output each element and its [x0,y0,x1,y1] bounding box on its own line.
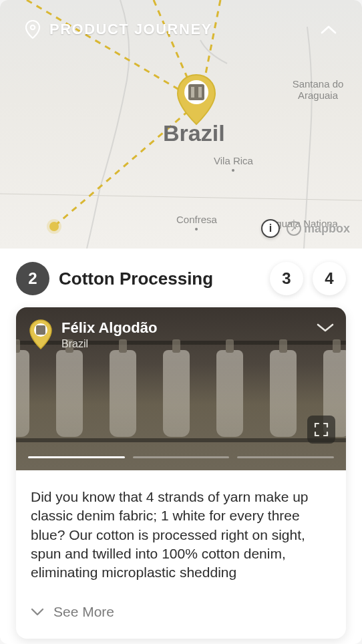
supplier-card: Félix Algodão Brazil Did you [16,307,346,639]
rack-bar [16,438,346,442]
supplier-description: Did you know that 4 strands of yarn make… [31,488,331,583]
supplier-media[interactable]: Félix Algodão Brazil [16,307,346,470]
svg-rect-8 [198,87,202,98]
map-info-button[interactable]: i [261,219,280,238]
progress-segment-1 [28,456,125,458]
progress-segment-2 [133,456,230,458]
journey-title: PRODUCT JOURNEY [49,21,212,38]
svg-rect-7 [191,87,194,98]
map-primary-pin[interactable] [174,73,219,127]
card-expand-chevron-icon[interactable] [317,323,334,333]
map-city-santana: Santana do Araguaia [274,79,362,101]
supplier-pin-icon [28,319,53,350]
product-journey-panel: Brazil Santana do Araguaia Vila Rica Con… [0,0,362,644]
supplier-country: Brazil [61,338,157,350]
supplier-card-body: Did you know that 4 strands of yarn make… [16,470,346,639]
mapbox-attribution[interactable]: ↗ mapbox [287,221,350,236]
map-city-confresa: Confresa [176,214,217,230]
step-3-badge[interactable]: 3 [270,262,303,295]
see-more-label: See More [53,604,114,620]
svg-point-9 [31,25,35,29]
route-waypoint-dot [49,222,59,231]
svg-rect-11 [36,325,45,335]
svg-line-0 [0,194,362,200]
location-pin-icon [25,20,40,39]
fullscreen-icon [314,422,329,437]
map-country-label: Brazil [163,120,225,146]
step-2-badge[interactable]: 2 [16,262,49,295]
supplier-name: Félix Algodão [61,319,157,337]
journey-map[interactable]: Brazil Santana do Araguaia Vila Rica Con… [0,0,362,249]
step-4-badge[interactable]: 4 [313,262,346,295]
journey-header: PRODUCT JOURNEY [25,20,337,39]
mapbox-logo-icon: ↗ [287,221,301,236]
svg-rect-6 [188,84,204,100]
step-navigation: 2 Cotton Processing 3 4 [0,249,362,307]
step-title: Cotton Processing [59,269,260,289]
media-progress[interactable] [28,456,334,458]
map-city-vila: Vila Rica [214,155,253,172]
mapbox-text: mapbox [304,222,350,236]
see-more-button[interactable]: See More [31,604,331,620]
progress-segment-3 [237,456,334,458]
chevron-down-icon [31,608,44,616]
fullscreen-button[interactable] [307,416,335,444]
collapse-chevron-icon[interactable] [321,25,337,34]
factory-bottles [16,350,346,437]
